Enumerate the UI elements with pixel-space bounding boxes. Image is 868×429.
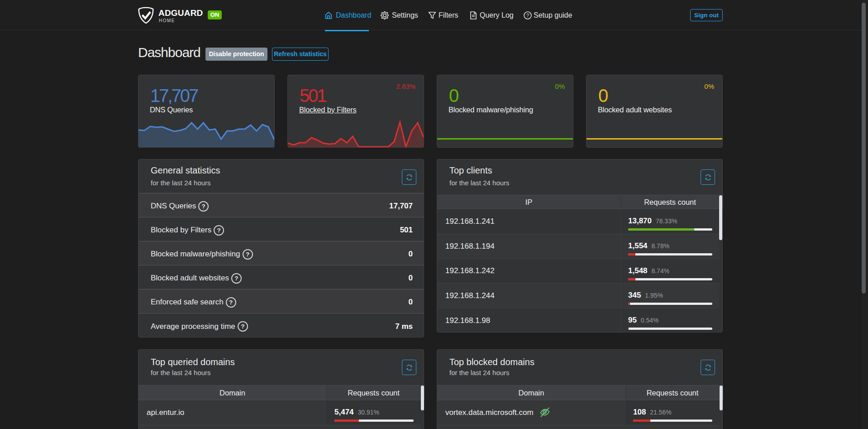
svg-text:?: ? [526,13,529,18]
